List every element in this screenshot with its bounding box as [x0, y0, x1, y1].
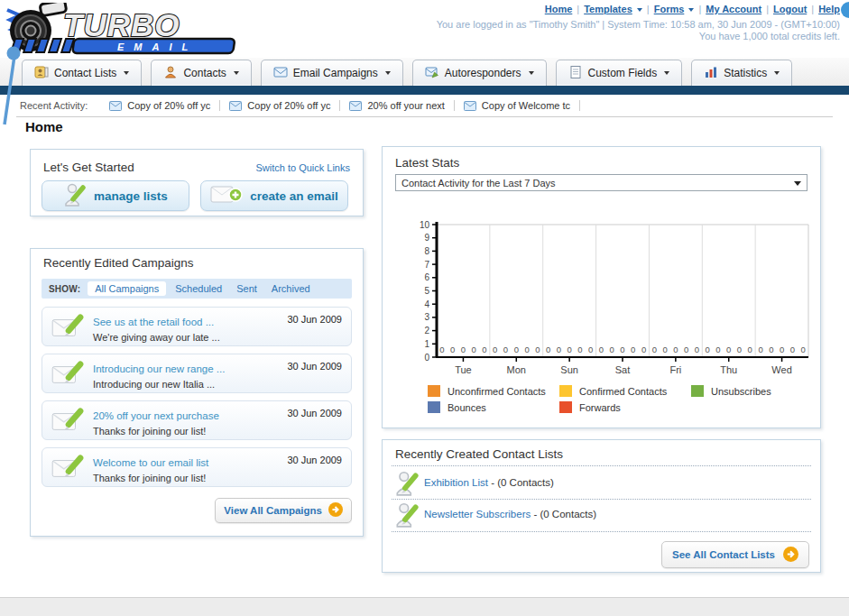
- nav-logout-link[interactable]: Logout: [773, 4, 807, 14]
- envelope-pencil-icon: [51, 361, 86, 391]
- filter-sent[interactable]: Sent: [236, 283, 257, 294]
- custom-fields-icon: [568, 65, 583, 82]
- contact-list-row[interactable]: Exhibition List - (0 Contacts): [393, 470, 809, 497]
- arrow-right-icon: [783, 547, 798, 564]
- tab-custom-fields[interactable]: Custom Fields: [556, 60, 683, 86]
- svg-text:0: 0: [684, 345, 688, 354]
- svg-text:9: 9: [424, 233, 429, 243]
- nav-forms-link[interactable]: Forms: [654, 4, 685, 14]
- chart-legend: Unconfirmed ContactsConfirmed ContactsUn…: [428, 385, 825, 418]
- campaign-row[interactable]: 20% off your next purchaseThanks for joi…: [42, 400, 352, 440]
- svg-text:Fri: Fri: [669, 364, 681, 374]
- campaign-title-link[interactable]: Welcome to our email list: [93, 457, 208, 468]
- contact-lists-panel-title: Recently Created Contact Lists: [395, 447, 563, 461]
- campaign-title-link[interactable]: Introducing our new range ...: [93, 363, 225, 374]
- see-all-contact-lists-button[interactable]: See All Contact Lists: [661, 541, 809, 568]
- header: TURBO EMAIL Home|Templates |Forms |My Ac…: [0, 0, 849, 56]
- recent-activity-item[interactable]: Copy of 20% off yc: [100, 100, 220, 111]
- tab-email-campaigns[interactable]: Email Campaigns: [261, 60, 403, 86]
- svg-text:0: 0: [620, 345, 624, 354]
- tab-label: Contacts: [183, 67, 226, 79]
- person-pencil-icon: [395, 470, 419, 501]
- filter-scheduled[interactable]: Scheduled: [175, 283, 222, 294]
- navy-divider-bar: [0, 86, 849, 95]
- contact-list-link[interactable]: Exhibition List: [424, 477, 488, 488]
- chevron-down-icon: [794, 181, 801, 186]
- legend-label: Bounces: [448, 402, 486, 413]
- campaign-row[interactable]: Welcome to our email listThanks for join…: [42, 447, 352, 487]
- create-email-button[interactable]: create an email: [200, 180, 348, 211]
- main-content: Home Let's Get Started Switch to Quick L…: [0, 117, 849, 598]
- chevron-down-icon: [234, 71, 239, 75]
- nav-separator: |: [698, 4, 701, 14]
- chevron-down-icon: [385, 71, 391, 75]
- header-nav: Home|Templates |Forms |My Account|Logout…: [545, 4, 840, 14]
- svg-text:0: 0: [780, 345, 784, 354]
- tab-contact-lists[interactable]: Contact Lists: [22, 60, 142, 86]
- dotted-divider: [392, 499, 811, 501]
- svg-text:0: 0: [726, 345, 731, 354]
- campaign-row[interactable]: See us at the retail food ...We're givin…: [42, 307, 352, 346]
- svg-text:7: 7: [424, 260, 429, 270]
- contact-list-link[interactable]: Newsletter Subscribers: [424, 509, 531, 519]
- svg-text:0: 0: [524, 345, 529, 354]
- manage-lists-button[interactable]: manage lists: [42, 180, 189, 211]
- footer-strip: [0, 597, 849, 616]
- view-all-campaigns-label: View All Campaigns: [224, 505, 322, 516]
- contact-list-row[interactable]: Newsletter Subscribers - (0 Contacts): [393, 501, 809, 529]
- envelope-icon: [229, 101, 242, 111]
- svg-text:0: 0: [706, 345, 710, 354]
- campaign-date: 30 Jun 2009: [287, 361, 342, 372]
- svg-text:0: 0: [546, 345, 550, 354]
- tab-autoresponders[interactable]: Autoresponders: [412, 60, 547, 86]
- recent-activity-item[interactable]: Copy of 20% off yc: [220, 100, 340, 111]
- svg-text:5: 5: [424, 286, 429, 296]
- nav-home-link[interactable]: Home: [545, 4, 573, 14]
- svg-text:Sun: Sun: [560, 364, 578, 374]
- see-all-contact-lists-label: See All Contact Lists: [672, 549, 775, 560]
- legend-item: Unconfirmed Contacts: [428, 385, 559, 397]
- filter-all-campaigns[interactable]: All Campaigns: [88, 281, 166, 296]
- nav-separator: |: [766, 4, 769, 14]
- filter-archived[interactable]: Archived: [272, 283, 310, 294]
- activity-item-label: 20% off your next: [367, 100, 444, 111]
- switch-to-quick-links[interactable]: Switch to Quick Links: [255, 162, 350, 173]
- stats-dropdown-value: Contact Activity for the Last 7 Days: [401, 178, 556, 188]
- recently-created-contact-lists-panel: Recently Created Contact Lists Exhibitio…: [382, 439, 821, 573]
- chevron-down-icon: [124, 71, 129, 75]
- recent-activity-item[interactable]: Copy of Welcome tc: [455, 100, 580, 111]
- legend-label: Unsubscribes: [711, 386, 771, 397]
- svg-text:0: 0: [439, 345, 444, 354]
- svg-text:3: 3: [424, 312, 429, 322]
- svg-text:0: 0: [652, 345, 657, 354]
- campaign-title-link[interactable]: 20% off your next purchase: [93, 410, 219, 421]
- nav-separator: |: [647, 4, 650, 14]
- campaign-subtitle: Thanks for joining our list!: [93, 426, 219, 437]
- stats-report-dropdown[interactable]: Contact Activity for the Last 7 Days: [395, 174, 807, 191]
- nav-templates-link[interactable]: Templates: [584, 4, 632, 14]
- recent-activity-item[interactable]: 20% off your next: [340, 100, 454, 111]
- svg-text:0: 0: [472, 345, 476, 354]
- campaign-row[interactable]: Introducing our new range ...Introducing…: [42, 354, 352, 393]
- chevron-down-icon: [529, 71, 534, 75]
- nav-help-link[interactable]: Help: [818, 4, 840, 14]
- envelope-pencil-icon: [51, 455, 86, 485]
- latest-stats-title: Latest Stats: [395, 156, 459, 170]
- manage-lists-label: manage lists: [94, 189, 168, 203]
- svg-text:2: 2: [424, 326, 429, 336]
- svg-text:0: 0: [769, 345, 773, 354]
- nav-my-account-link[interactable]: My Account: [706, 4, 761, 14]
- svg-text:0: 0: [567, 345, 571, 354]
- nav-separator: |: [811, 4, 814, 14]
- envelope-pencil-icon: [51, 314, 86, 345]
- tab-contacts[interactable]: Contacts: [151, 60, 251, 86]
- campaign-title-link[interactable]: See us at the retail food ...: [93, 317, 214, 327]
- view-all-campaigns-button[interactable]: View All Campaigns: [215, 498, 352, 523]
- svg-text:0: 0: [695, 345, 699, 354]
- tab-statistics[interactable]: Statistics: [691, 60, 792, 86]
- svg-text:0: 0: [514, 345, 519, 354]
- legend-swatch: [428, 385, 440, 397]
- legend-item: Forwards: [559, 401, 691, 413]
- turbo-email-logo: TURBO EMAIL: [2, 3, 247, 59]
- create-email-icon: [210, 183, 243, 209]
